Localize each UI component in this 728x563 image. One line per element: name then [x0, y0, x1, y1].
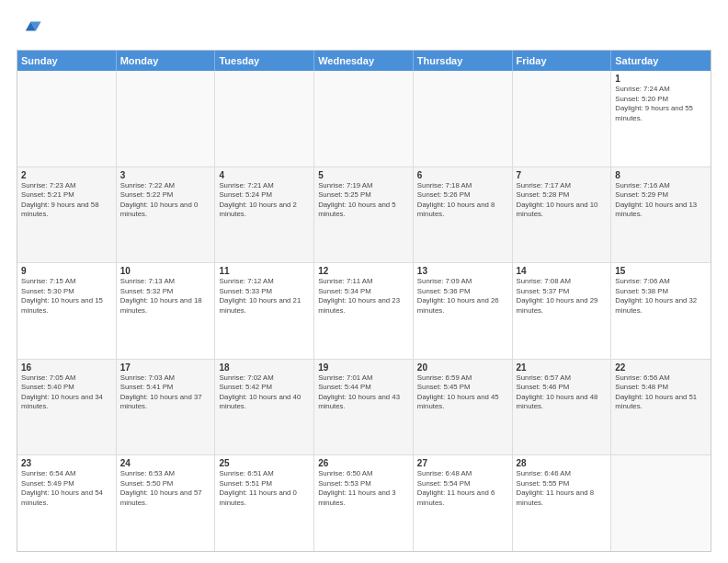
calendar-cell: 7Sunrise: 7:17 AM Sunset: 5:28 PM Daylig… — [513, 167, 612, 263]
day-number: 7 — [517, 170, 608, 180]
header-cell-saturday: Saturday — [611, 51, 711, 71]
calendar-cell — [513, 71, 612, 167]
day-info: Sunrise: 6:54 AM Sunset: 5:49 PM Dayligh… — [21, 469, 112, 508]
day-info: Sunrise: 6:53 AM Sunset: 5:50 PM Dayligh… — [120, 469, 211, 508]
day-number: 24 — [120, 458, 211, 468]
calendar-body: 1Sunrise: 7:24 AM Sunset: 5:20 PM Daylig… — [17, 71, 711, 551]
day-number: 9 — [21, 266, 112, 276]
calendar-cell: 5Sunrise: 7:19 AM Sunset: 5:25 PM Daylig… — [314, 167, 414, 263]
day-info: Sunrise: 7:05 AM Sunset: 5:40 PM Dayligh… — [21, 373, 112, 412]
day-number: 3 — [120, 170, 211, 180]
calendar-cell: 14Sunrise: 7:08 AM Sunset: 5:37 PM Dayli… — [513, 263, 612, 359]
day-info: Sunrise: 7:16 AM Sunset: 5:29 PM Dayligh… — [615, 181, 707, 220]
day-number: 17 — [120, 362, 211, 373]
calendar-cell: 11Sunrise: 7:12 AM Sunset: 5:33 PM Dayli… — [215, 263, 314, 359]
day-number: 10 — [120, 266, 211, 276]
calendar-cell: 1Sunrise: 7:24 AM Sunset: 5:20 PM Daylig… — [611, 71, 711, 167]
calendar-header-row: SundayMondayTuesdayWednesdayThursdayFrid… — [17, 51, 711, 71]
calendar-cell: 25Sunrise: 6:51 AM Sunset: 5:51 PM Dayli… — [215, 455, 314, 551]
day-number: 5 — [318, 170, 409, 180]
calendar-cell: 19Sunrise: 7:01 AM Sunset: 5:44 PM Dayli… — [314, 360, 414, 455]
day-number: 2 — [21, 170, 112, 180]
calendar-cell: 18Sunrise: 7:02 AM Sunset: 5:42 PM Dayli… — [215, 360, 314, 455]
calendar: SundayMondayTuesdayWednesdayThursdayFrid… — [17, 50, 711, 552]
calendar-week-5: 23Sunrise: 6:54 AM Sunset: 5:49 PM Dayli… — [17, 455, 711, 551]
calendar-cell — [17, 71, 117, 167]
calendar-cell: 21Sunrise: 6:57 AM Sunset: 5:46 PM Dayli… — [513, 360, 612, 455]
header-cell-monday: Monday — [117, 51, 216, 71]
day-info: Sunrise: 7:23 AM Sunset: 5:21 PM Dayligh… — [21, 181, 112, 220]
day-number: 18 — [219, 362, 310, 373]
calendar-cell: 23Sunrise: 6:54 AM Sunset: 5:49 PM Dayli… — [17, 455, 117, 551]
calendar-cell: 13Sunrise: 7:09 AM Sunset: 5:36 PM Dayli… — [414, 263, 513, 359]
day-number: 22 — [615, 362, 707, 373]
logo-icon — [17, 17, 42, 42]
day-info: Sunrise: 7:11 AM Sunset: 5:34 PM Dayligh… — [318, 277, 409, 316]
day-info: Sunrise: 6:57 AM Sunset: 5:46 PM Dayligh… — [517, 373, 608, 412]
day-info: Sunrise: 6:50 AM Sunset: 5:53 PM Dayligh… — [318, 469, 409, 508]
day-number: 23 — [21, 458, 112, 468]
day-info: Sunrise: 6:51 AM Sunset: 5:51 PM Dayligh… — [219, 469, 310, 508]
day-number: 6 — [417, 170, 508, 180]
calendar-cell: 27Sunrise: 6:48 AM Sunset: 5:54 PM Dayli… — [414, 455, 513, 551]
day-number: 13 — [417, 266, 508, 276]
calendar-cell: 17Sunrise: 7:03 AM Sunset: 5:41 PM Dayli… — [117, 360, 216, 455]
calendar-cell: 10Sunrise: 7:13 AM Sunset: 5:32 PM Dayli… — [117, 263, 216, 359]
day-number: 19 — [318, 362, 409, 373]
day-number: 15 — [615, 266, 707, 276]
calendar-week-2: 2Sunrise: 7:23 AM Sunset: 5:21 PM Daylig… — [17, 167, 711, 264]
day-info: Sunrise: 7:12 AM Sunset: 5:33 PM Dayligh… — [219, 277, 310, 316]
day-info: Sunrise: 7:24 AM Sunset: 5:20 PM Dayligh… — [615, 85, 707, 123]
day-info: Sunrise: 7:01 AM Sunset: 5:44 PM Dayligh… — [318, 373, 409, 412]
calendar-cell — [414, 71, 513, 167]
day-info: Sunrise: 7:08 AM Sunset: 5:37 PM Dayligh… — [517, 277, 608, 316]
day-info: Sunrise: 7:15 AM Sunset: 5:30 PM Dayligh… — [21, 277, 112, 316]
day-info: Sunrise: 7:09 AM Sunset: 5:36 PM Dayligh… — [417, 277, 508, 316]
day-info: Sunrise: 7:02 AM Sunset: 5:42 PM Dayligh… — [219, 373, 310, 412]
calendar-cell — [314, 71, 414, 167]
day-number: 28 — [517, 458, 608, 468]
calendar-week-1: 1Sunrise: 7:24 AM Sunset: 5:20 PM Daylig… — [17, 71, 711, 167]
header — [17, 17, 711, 42]
calendar-week-4: 16Sunrise: 7:05 AM Sunset: 5:40 PM Dayli… — [17, 360, 711, 456]
header-cell-friday: Friday — [513, 51, 612, 71]
logo — [17, 17, 46, 42]
calendar-cell: 12Sunrise: 7:11 AM Sunset: 5:34 PM Dayli… — [314, 263, 414, 359]
day-number: 4 — [219, 170, 310, 180]
header-cell-tuesday: Tuesday — [215, 51, 314, 71]
day-number: 27 — [417, 458, 508, 468]
calendar-cell: 20Sunrise: 6:59 AM Sunset: 5:45 PM Dayli… — [414, 360, 513, 455]
day-info: Sunrise: 6:56 AM Sunset: 5:48 PM Dayligh… — [615, 373, 707, 412]
day-number: 16 — [21, 362, 112, 373]
calendar-cell: 2Sunrise: 7:23 AM Sunset: 5:21 PM Daylig… — [17, 167, 117, 263]
calendar-cell: 6Sunrise: 7:18 AM Sunset: 5:26 PM Daylig… — [414, 167, 513, 263]
day-number: 11 — [219, 266, 310, 276]
day-info: Sunrise: 7:06 AM Sunset: 5:38 PM Dayligh… — [615, 277, 707, 316]
calendar-cell: 16Sunrise: 7:05 AM Sunset: 5:40 PM Dayli… — [17, 360, 117, 455]
day-number: 25 — [219, 458, 310, 468]
header-cell-sunday: Sunday — [17, 51, 117, 71]
day-info: Sunrise: 7:21 AM Sunset: 5:24 PM Dayligh… — [219, 181, 310, 220]
day-info: Sunrise: 7:03 AM Sunset: 5:41 PM Dayligh… — [120, 373, 211, 412]
day-number: 12 — [318, 266, 409, 276]
header-cell-wednesday: Wednesday — [314, 51, 414, 71]
calendar-cell — [215, 71, 314, 167]
day-info: Sunrise: 7:17 AM Sunset: 5:28 PM Dayligh… — [517, 181, 608, 220]
calendar-cell: 15Sunrise: 7:06 AM Sunset: 5:38 PM Dayli… — [611, 263, 711, 359]
day-info: Sunrise: 7:18 AM Sunset: 5:26 PM Dayligh… — [417, 181, 508, 220]
day-number: 20 — [417, 362, 508, 373]
calendar-cell — [611, 455, 711, 551]
header-cell-thursday: Thursday — [414, 51, 513, 71]
day-number: 1 — [615, 74, 707, 84]
calendar-cell: 22Sunrise: 6:56 AM Sunset: 5:48 PM Dayli… — [611, 360, 711, 455]
calendar-cell — [117, 71, 216, 167]
day-info: Sunrise: 7:19 AM Sunset: 5:25 PM Dayligh… — [318, 181, 409, 220]
calendar-cell: 9Sunrise: 7:15 AM Sunset: 5:30 PM Daylig… — [17, 263, 117, 359]
calendar-cell: 28Sunrise: 6:46 AM Sunset: 5:55 PM Dayli… — [513, 455, 612, 551]
calendar-cell: 4Sunrise: 7:21 AM Sunset: 5:24 PM Daylig… — [215, 167, 314, 263]
day-info: Sunrise: 7:13 AM Sunset: 5:32 PM Dayligh… — [120, 277, 211, 316]
calendar-cell: 8Sunrise: 7:16 AM Sunset: 5:29 PM Daylig… — [611, 167, 711, 263]
day-info: Sunrise: 6:48 AM Sunset: 5:54 PM Dayligh… — [417, 469, 508, 508]
calendar-cell: 26Sunrise: 6:50 AM Sunset: 5:53 PM Dayli… — [314, 455, 414, 551]
day-number: 26 — [318, 458, 409, 468]
